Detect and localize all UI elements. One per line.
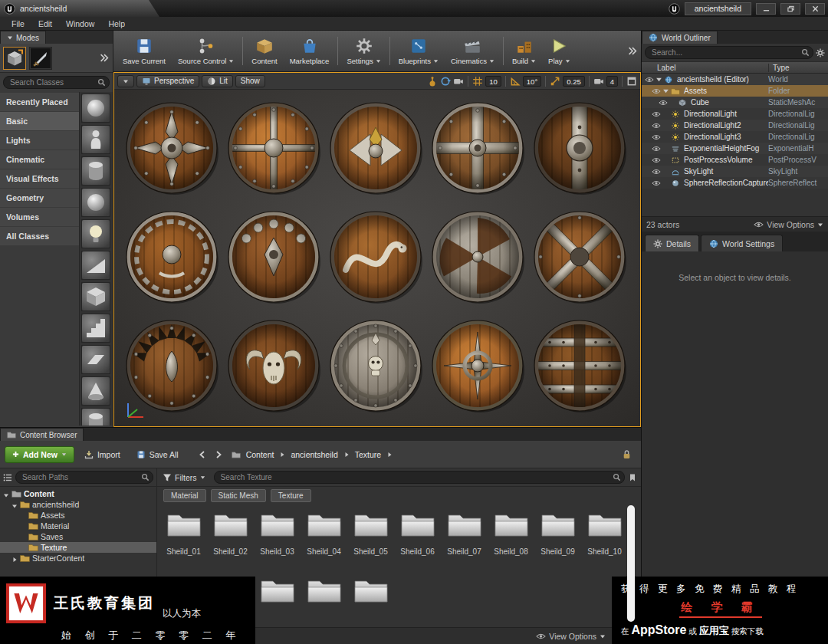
filter-chip-material[interactable]: Material bbox=[163, 489, 206, 502]
world-outliner-tab[interactable]: World Outliner bbox=[642, 31, 718, 44]
tree-item-assets[interactable]: Assets bbox=[0, 510, 156, 521]
placeable-thumb-figure[interactable] bbox=[81, 125, 110, 154]
toolbar-play[interactable]: Play bbox=[542, 32, 576, 70]
column-type[interactable]: Type bbox=[768, 64, 828, 72]
back-arrow-icon[interactable] bbox=[197, 450, 208, 459]
toolbar-cinematics[interactable]: Cinematics bbox=[445, 32, 501, 70]
save-all-button[interactable]: Save All bbox=[130, 446, 185, 463]
toolbar-source-control[interactable]: Source Control bbox=[172, 32, 240, 70]
tab-world-settings[interactable]: World Settings bbox=[701, 235, 783, 251]
expander-icon[interactable] bbox=[656, 76, 662, 83]
asset-folder-sheild-06[interactable]: Sheild_06 bbox=[394, 504, 441, 570]
filters-button[interactable]: Filters bbox=[157, 473, 211, 482]
grid-snap-icon[interactable] bbox=[472, 76, 483, 87]
modes-category-basic[interactable]: Basic bbox=[0, 112, 79, 130]
visibility-eye-icon[interactable] bbox=[652, 87, 661, 95]
viewport-canvas[interactable] bbox=[114, 90, 640, 426]
asset-folder-sheild-10[interactable]: Sheild_10 bbox=[581, 504, 628, 570]
modes-tab[interactable]: Modes bbox=[0, 31, 46, 44]
visibility-eye-icon[interactable] bbox=[652, 168, 661, 176]
visibility-eye-icon[interactable] bbox=[652, 133, 661, 141]
menu-help[interactable]: Help bbox=[101, 18, 132, 30]
column-label[interactable]: Label bbox=[642, 64, 768, 72]
viewport-options-button[interactable] bbox=[117, 75, 134, 87]
toolbar-overflow-icon[interactable] bbox=[627, 47, 638, 55]
tab-details[interactable]: Details bbox=[645, 235, 699, 251]
scale-snap-icon[interactable] bbox=[550, 76, 560, 87]
expander-icon[interactable] bbox=[12, 555, 18, 561]
asset-folder-unlabeled[interactable] bbox=[301, 570, 347, 627]
asset-search-input[interactable] bbox=[214, 471, 625, 484]
tree-item-texture[interactable]: Texture bbox=[0, 542, 156, 553]
asset-folder-sheild-09[interactable]: Sheild_09 bbox=[534, 504, 581, 570]
placeable-thumb-bulb[interactable] bbox=[81, 219, 110, 248]
filter-chip-static-mesh[interactable]: Static Mesh bbox=[211, 489, 266, 502]
toolbar-build[interactable]: Build bbox=[506, 32, 542, 70]
visibility-eye-icon[interactable] bbox=[652, 122, 661, 130]
asset-folder-sheild-05[interactable]: Sheild_05 bbox=[347, 504, 394, 570]
outliner-row-cube[interactable]: CubeStaticMeshAc bbox=[642, 97, 828, 108]
outliner-row-directionallight2[interactable]: DirectionalLight2DirectionalLig bbox=[642, 120, 828, 131]
asset-folder-sheild-02[interactable]: Sheild_02 bbox=[207, 504, 254, 570]
asset-folder-sheild-07[interactable]: Sheild_07 bbox=[441, 504, 488, 570]
outliner-search-input[interactable] bbox=[645, 46, 813, 59]
outliner-row-exponentialheightfog[interactable]: ExponentialHeightFogExponentialH bbox=[642, 143, 828, 154]
modes-category-recently-placed[interactable]: Recently Placed bbox=[0, 93, 79, 111]
placeable-thumb-sphere[interactable] bbox=[81, 188, 110, 217]
perspective-button[interactable]: Perspective bbox=[136, 75, 199, 87]
menu-window[interactable]: Window bbox=[59, 18, 101, 30]
asset-folder-sheild-08[interactable]: Sheild_08 bbox=[488, 504, 534, 570]
asset-folder-sheild-04[interactable]: Sheild_04 bbox=[301, 504, 347, 570]
tree-item-content[interactable]: Content bbox=[0, 488, 156, 499]
toolbar-content[interactable]: Content bbox=[245, 32, 283, 70]
scale-snap-value[interactable]: 0.25 bbox=[563, 76, 585, 87]
asset-folder-sheild-01[interactable]: Sheild_01 bbox=[160, 504, 207, 570]
restore-button[interactable] bbox=[780, 3, 800, 15]
modes-category-lights[interactable]: Lights bbox=[0, 131, 79, 150]
save-search-icon[interactable] bbox=[628, 473, 637, 482]
asset-folder-unlabeled[interactable] bbox=[347, 570, 394, 627]
outliner-row-skylight[interactable]: SkyLightSkyLight bbox=[642, 166, 828, 177]
visibility-eye-icon[interactable] bbox=[652, 179, 661, 187]
lit-button[interactable]: Lit bbox=[202, 75, 233, 87]
outliner-row-directionallight3[interactable]: DirectionalLight3DirectionalLig bbox=[642, 131, 828, 143]
outliner-row-spherereflectioncapture[interactable]: SphereReflectionCaptureSphereReflect bbox=[642, 177, 828, 189]
filter-chip-texture[interactable]: Texture bbox=[271, 489, 311, 502]
outliner-row-directionallight[interactable]: DirectionalLightDirectionalLig bbox=[642, 108, 828, 120]
toolbar-marketplace[interactable]: Marketplace bbox=[284, 32, 336, 70]
outliner-row-postprocessvolume[interactable]: PostProcessVolumePostProcessV bbox=[642, 154, 828, 166]
breadcrumb-ancientsheild[interactable]: ancientsheild bbox=[288, 449, 340, 461]
search-paths-input[interactable] bbox=[15, 471, 153, 484]
outliner-row-ancientsheild-editor-[interactable]: ancientsheild (Editor)World bbox=[642, 74, 828, 85]
lock-icon[interactable] bbox=[622, 449, 632, 459]
visibility-eye-icon[interactable] bbox=[652, 110, 661, 118]
asset-folder-sheild-03[interactable]: Sheild_03 bbox=[254, 504, 301, 570]
show-button[interactable]: Show bbox=[235, 75, 265, 87]
tree-item-ancientsheild[interactable]: ancientsheild bbox=[0, 499, 156, 510]
browser-view-options[interactable]: View Options bbox=[536, 632, 606, 641]
import-button[interactable]: Import bbox=[78, 446, 127, 463]
asset-folder-unlabeled[interactable] bbox=[254, 570, 301, 627]
gamepad-icon[interactable] bbox=[427, 76, 438, 87]
placeable-thumb-cylinder[interactable] bbox=[81, 408, 110, 426]
orbit-icon[interactable] bbox=[440, 76, 451, 87]
modes-search-input[interactable] bbox=[3, 76, 110, 89]
placeable-thumb-stairs[interactable] bbox=[81, 314, 110, 343]
rotation-snap-value[interactable]: 10° bbox=[523, 76, 541, 87]
placeable-thumb-ramp[interactable] bbox=[81, 251, 110, 280]
close-button[interactable] bbox=[805, 3, 825, 15]
recent-asset-button[interactable] bbox=[29, 47, 52, 70]
expander-icon[interactable] bbox=[662, 87, 669, 94]
window-project-tab[interactable]: ancientsheild bbox=[0, 0, 159, 17]
outliner-column-header[interactable]: Label Type bbox=[642, 61, 828, 74]
tree-item-startercontent[interactable]: StarterContent bbox=[0, 553, 156, 564]
modes-category-volumes[interactable]: Volumes bbox=[0, 208, 79, 226]
add-new-button[interactable]: Add New bbox=[5, 446, 74, 463]
camera-icon[interactable] bbox=[453, 76, 464, 87]
breadcrumb-texture[interactable]: Texture bbox=[353, 449, 383, 461]
placeable-thumb-plane[interactable] bbox=[81, 345, 110, 374]
sources-panel-icon[interactable] bbox=[3, 473, 12, 482]
camera-speed-icon[interactable] bbox=[593, 76, 604, 87]
expander-icon[interactable] bbox=[3, 491, 9, 497]
visibility-eye-icon[interactable] bbox=[652, 145, 661, 153]
